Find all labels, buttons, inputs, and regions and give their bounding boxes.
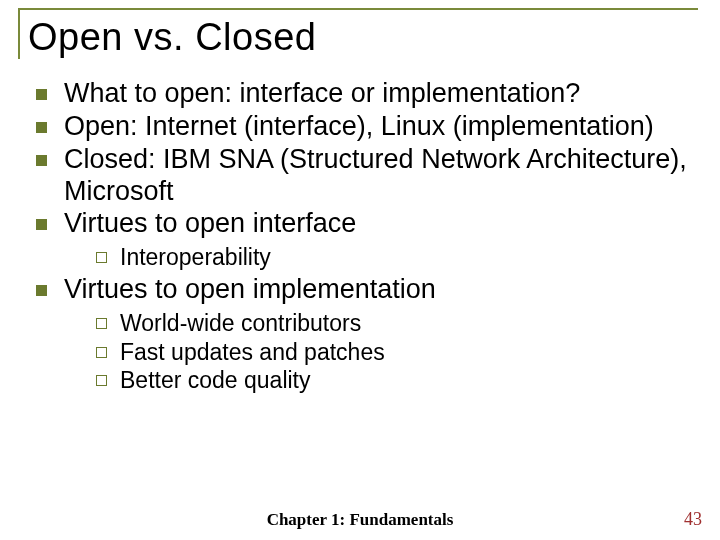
page-number: 43 xyxy=(684,509,702,530)
title-container: Open vs. Closed xyxy=(18,8,698,59)
list-item-text: Virtues to open interface xyxy=(64,208,356,238)
sub-list-item: World-wide contributors xyxy=(92,309,690,338)
list-item: Virtues to open interface Interoperabili… xyxy=(30,208,690,272)
sub-list-item: Fast updates and patches xyxy=(92,338,690,367)
sub-bullet-list: Interoperability xyxy=(64,243,690,272)
slide-content: What to open: interface or implementatio… xyxy=(30,78,690,397)
list-item: What to open: interface or implementatio… xyxy=(30,78,690,110)
list-item: Closed: IBM SNA (Structured Network Arch… xyxy=(30,144,690,208)
sub-bullet-list: World-wide contributors Fast updates and… xyxy=(64,309,690,395)
sub-list-item: Better code quality xyxy=(92,366,690,395)
slide-title: Open vs. Closed xyxy=(28,16,698,59)
bullet-list: What to open: interface or implementatio… xyxy=(30,78,690,395)
sub-list-item: Interoperability xyxy=(92,243,690,272)
list-item: Virtues to open implementation World-wid… xyxy=(30,274,690,395)
footer-text: Chapter 1: Fundamentals xyxy=(0,510,720,530)
list-item-text: Virtues to open implementation xyxy=(64,274,436,304)
list-item: Open: Internet (interface), Linux (imple… xyxy=(30,111,690,143)
